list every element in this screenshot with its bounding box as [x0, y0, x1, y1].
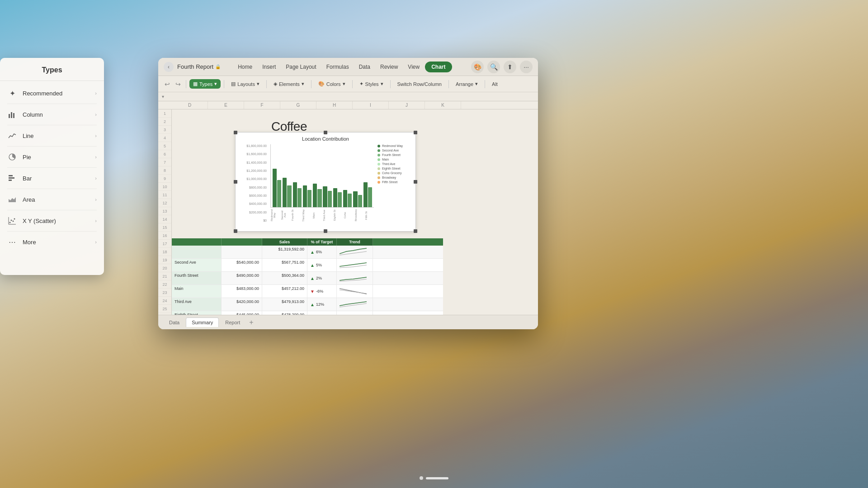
main-area: ▾ D E F G H I J K 1 2 3 4 [158, 92, 538, 315]
chevron-column-icon: › [95, 112, 97, 117]
bar-2-2 [287, 185, 291, 207]
td-target-5: ▲ 12% [307, 298, 337, 311]
types-list: ✦ Recommended › Column › Line › [0, 81, 104, 254]
sheet-tab-report[interactable]: Report [220, 318, 245, 327]
add-sheet-button[interactable]: + [246, 318, 256, 327]
page-scroll-bar[interactable] [426, 477, 448, 479]
table-row-4[interactable]: Main $483,000.00 $457,212.00 ▼ -6% [172, 285, 443, 298]
type-label-scatter: X Y (Scatter) [23, 218, 90, 224]
chevron-bar-icon: › [95, 175, 97, 181]
chart-handle-tr[interactable] [414, 131, 417, 134]
more-icon-btn[interactable]: ··· [520, 61, 533, 73]
y-axis-labels: $1,800,000.00 $1,600,000.00 $1,400,000.0… [239, 144, 269, 222]
bar-4-2 [307, 190, 311, 207]
type-item-scatter[interactable]: X Y (Scatter) › [0, 211, 104, 230]
search-icon-btn[interactable]: 🔍 [487, 61, 500, 73]
menu-tab-data[interactable]: Data [354, 62, 375, 72]
bar-1-1 [273, 169, 277, 207]
td-sales-3: $500,364.00 [262, 272, 307, 284]
type-item-recommended[interactable]: ✦ Recommended › [0, 84, 104, 103]
redo-button[interactable]: ↪ [174, 79, 183, 90]
menu-tab-formulas[interactable]: Formulas [322, 62, 354, 72]
row-num-20: 20 [158, 264, 171, 272]
chart-handle-mt[interactable] [324, 131, 327, 134]
td-budget-1 [222, 246, 262, 258]
bar-group-8 [343, 190, 352, 207]
type-item-line[interactable]: Line › [0, 126, 104, 145]
type-item-column[interactable]: Column › [0, 105, 104, 124]
separator-7 [7, 231, 97, 232]
undo-button[interactable]: ↩ [163, 79, 172, 90]
bar-8-2 [348, 194, 352, 207]
arrange-chevron-icon: ▾ [475, 81, 478, 87]
chevron-recommended-icon: › [95, 90, 97, 96]
types-button[interactable]: ▦ Types ▾ [189, 79, 221, 89]
row-num-1: 1 [158, 109, 171, 118]
bar-group-6 [323, 186, 331, 207]
layouts-button[interactable]: ▤ Layouts ▾ [227, 79, 263, 89]
toolbar-sep-8 [485, 80, 485, 88]
type-item-bar[interactable]: Bar › [0, 169, 104, 188]
chart-handle-tl[interactable] [234, 131, 237, 134]
separator-3 [7, 146, 97, 147]
chart-handle-mb[interactable] [324, 229, 327, 233]
color-icon-btn[interactable]: 🎨 [471, 61, 484, 73]
type-item-more[interactable]: ⋯ More › [0, 232, 104, 251]
menu-tab-review[interactable]: Review [376, 62, 402, 72]
table-row-5[interactable]: Third Ave $420,000.00 $479,913.00 ▲ 12% [172, 298, 443, 311]
toolbar-sep-3 [266, 80, 267, 88]
bar-5-1 [313, 184, 317, 207]
col-header-d: D [172, 101, 208, 109]
types-panel-title: Types [0, 58, 104, 81]
legend-dot-8 [377, 176, 380, 179]
sheet-tab-data[interactable]: Data [164, 318, 185, 327]
bar-group-4 [303, 185, 311, 207]
table-row-1[interactable]: $1,319,592.00 ▲ 6% [172, 246, 443, 259]
arrow-up-3: ▲ [310, 276, 315, 281]
chart-handle-mr[interactable] [414, 180, 417, 184]
bar-9-2 [358, 195, 362, 207]
menu-tab-view[interactable]: View [403, 62, 424, 72]
td-trend-1 [337, 246, 373, 258]
types-icon: ▦ [193, 81, 198, 87]
type-item-pie[interactable]: Pie › [0, 147, 104, 166]
bar-3-1 [293, 182, 297, 207]
sheet-tab-summary[interactable]: Summary [186, 317, 219, 327]
type-item-area[interactable]: Area › [0, 190, 104, 209]
chart-handle-ml[interactable] [234, 180, 237, 184]
chart-region[interactable]: Location Contribution $1,800,000.00 $1,6… [235, 132, 416, 232]
table-row-6[interactable]: Eighth Street $445,000.00 $478,209.00 ▲ … [172, 311, 443, 315]
table-row-2[interactable]: Second Ave $540,000.00 $567,751.00 ▲ 5% [172, 259, 443, 272]
menu-tab-home[interactable]: Home [233, 62, 257, 72]
legend-dot-3 [377, 154, 380, 156]
type-label-line: Line [23, 133, 90, 139]
colors-button[interactable]: 🎨 Colors ▾ [315, 79, 349, 89]
chevron-scatter-icon: › [95, 218, 97, 223]
separator-2 [7, 125, 97, 125]
chart-handle-bl[interactable] [234, 229, 237, 233]
menu-tab-page-layout[interactable]: Page Layout [281, 62, 321, 72]
row-num-12: 12 [158, 199, 171, 207]
switch-row-col-button[interactable]: Switch Row/Column [394, 80, 445, 89]
styles-button[interactable]: ✦ Styles ▾ [356, 79, 387, 89]
td-trend-2 [337, 259, 373, 271]
back-button[interactable]: ‹ [164, 62, 174, 72]
chart-handle-br[interactable] [414, 229, 417, 233]
elements-button[interactable]: ◈ Elements ▾ [270, 79, 308, 89]
bar-group-1 [273, 169, 281, 207]
row-num-22: 22 [158, 280, 171, 289]
td-target-6: ▲ 7% [307, 311, 337, 315]
arrow-down-4: ▼ [310, 289, 315, 294]
arrange-button[interactable]: Arrange ▾ [452, 79, 481, 89]
alt-text-button[interactable]: Alt [488, 80, 501, 89]
legend-dot-1 [377, 145, 380, 147]
types-chevron-icon: ▾ [214, 81, 217, 87]
td-location-4: Main [172, 285, 222, 298]
scatter-chart-icon [7, 216, 17, 226]
share-icon-btn[interactable]: ⬆ [504, 61, 516, 73]
menu-tab-insert[interactable]: Insert [258, 62, 280, 72]
chart-inner: Location Contribution $1,800,000.00 $1,6… [236, 133, 415, 231]
spreadsheet-body: 1 2 3 4 5 6 7 8 9 10 11 12 13 14 15 16 1 [158, 109, 538, 315]
table-row-3[interactable]: Fourth Street $490,000.00 $500,364.00 ▲ … [172, 272, 443, 285]
menu-tab-chart[interactable]: Chart [425, 62, 452, 72]
